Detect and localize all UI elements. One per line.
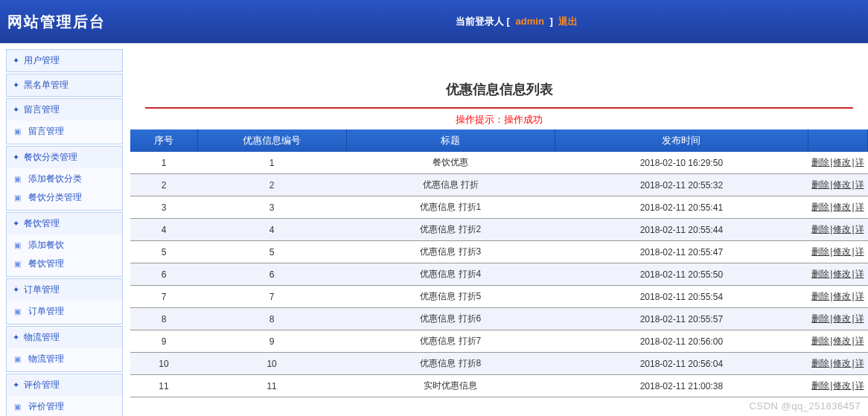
menu-header[interactable]: ✦评价管理 [7,374,122,396]
col-header-ops [808,129,867,152]
menu-group: ✦订单管理订单管理 [6,278,123,324]
menu-sub-item[interactable]: 评价管理 [7,397,122,416]
menu-group: ✦物流管理物流管理 [6,326,123,372]
separator: | [830,179,832,190]
cell-seq: 10 [130,353,197,375]
delete-link[interactable]: 删除 [811,313,829,324]
table-row: 66优惠信息 打折42018-02-11 20:55:50删除|修改|详 [130,263,868,286]
menu-header[interactable]: ✦餐饮分类管理 [7,147,122,168]
cell-code: 11 [197,375,346,397]
cell-code: 9 [197,330,346,353]
edit-link[interactable]: 修改 [833,291,851,301]
table-row: 11餐饮优惠2018-02-10 16:29:50删除|修改|详 [130,152,868,174]
detail-link[interactable]: 详 [855,246,864,257]
edit-link[interactable]: 修改 [833,269,851,279]
delete-link[interactable]: 删除 [811,291,829,301]
separator: | [830,224,832,234]
cell-title: 优惠信息 打折2 [346,219,555,241]
menu-sub-item[interactable]: 添加餐饮 [7,236,122,255]
cell-time: 2018-02-11 20:55:50 [555,263,808,286]
col-header-title: 标题 [346,129,555,152]
separator: | [830,313,832,324]
cell-ops: 删除|修改|详 [808,241,867,263]
detail-link[interactable]: 详 [855,269,864,279]
delete-link[interactable]: 删除 [811,157,829,167]
cell-time: 2018-02-10 16:29:50 [555,152,808,174]
col-header-code: 优惠信息编号 [197,129,346,152]
separator: | [852,202,854,212]
detail-link[interactable]: 详 [855,358,864,368]
edit-link[interactable]: 修改 [833,246,851,257]
menu-sub-item[interactable]: 留言管理 [7,122,122,141]
menu-header[interactable]: ✦留言管理 [7,99,122,121]
expand-icon: ✦ [13,106,19,113]
cell-time: 2018-02-11 20:55:41 [555,196,808,219]
separator: | [852,291,854,301]
expand-icon: ✦ [13,57,19,64]
edit-link[interactable]: 修改 [833,380,851,391]
data-table: 序号 优惠信息编号 标题 发布时间 11餐饮优惠2018-02-10 16:29… [130,129,868,397]
detail-link[interactable]: 详 [855,380,864,391]
menu-sub-item[interactable]: 订单管理 [7,302,122,321]
cell-title: 优惠信息 打折5 [346,286,555,308]
menu-sub-list: 订单管理 [7,301,122,324]
delete-link[interactable]: 删除 [811,269,829,279]
separator: | [830,202,832,212]
cell-time: 2018-02-11 20:56:04 [555,353,808,375]
detail-link[interactable]: 详 [855,336,864,346]
col-header-seq: 序号 [130,129,197,152]
separator: | [830,336,832,346]
menu-header[interactable]: ✦用户管理 [7,50,122,71]
edit-link[interactable]: 修改 [833,224,851,234]
delete-link[interactable]: 删除 [811,336,829,346]
delete-link[interactable]: 删除 [811,358,829,368]
delete-link[interactable]: 删除 [811,246,829,257]
cell-time: 2018-02-11 20:55:44 [555,219,808,241]
menu-header-label: 黑名单管理 [24,79,68,92]
menu-header[interactable]: ✦黑名单管理 [7,74,122,96]
menu-sub-item[interactable]: 餐饮分类管理 [7,188,122,207]
menu-header[interactable]: ✦物流管理 [7,327,122,348]
cell-time: 2018-02-11 20:55:32 [555,174,808,196]
expand-icon: ✦ [13,154,19,161]
menu-group: ✦餐饮管理添加餐饮餐饮管理 [6,212,123,277]
expand-icon: ✦ [13,287,19,293]
menu-group: ✦用户管理 [6,49,123,72]
login-user-link[interactable]: admin [516,16,544,27]
edit-link[interactable]: 修改 [833,179,851,190]
menu-header[interactable]: ✦餐饮管理 [7,213,122,234]
detail-link[interactable]: 详 [855,313,864,324]
separator: | [852,157,854,167]
cell-title: 优惠信息 打折6 [346,308,555,330]
edit-link[interactable]: 修改 [833,313,851,324]
delete-link[interactable]: 删除 [811,202,829,212]
detail-link[interactable]: 详 [855,224,864,234]
delete-link[interactable]: 删除 [811,380,829,391]
edit-link[interactable]: 修改 [833,157,851,167]
operation-tip: 操作提示：操作成功 [130,113,868,127]
detail-link[interactable]: 详 [855,157,864,167]
detail-link[interactable]: 详 [855,202,864,212]
table-row: 55优惠信息 打折32018-02-11 20:55:47删除|修改|详 [130,241,868,263]
menu-header-label: 餐饮管理 [24,217,60,230]
table-row: 1010优惠信息 打折82018-02-11 20:56:04删除|修改|详 [130,353,868,375]
delete-link[interactable]: 删除 [811,179,829,190]
expand-icon: ✦ [13,382,19,388]
menu-sub-item[interactable]: 添加餐饮分类 [7,170,122,188]
logout-link[interactable]: 退出 [558,16,578,27]
edit-link[interactable]: 修改 [833,358,851,368]
login-prefix: 当前登录人 [ [456,16,510,27]
edit-link[interactable]: 修改 [833,336,851,346]
delete-link[interactable]: 删除 [811,224,829,234]
detail-link[interactable]: 详 [855,179,864,190]
detail-link[interactable]: 详 [855,291,864,301]
menu-sub-item[interactable]: 物流管理 [7,350,122,368]
menu-header[interactable]: ✦订单管理 [7,279,122,301]
edit-link[interactable]: 修改 [833,202,851,212]
menu-group: ✦餐饮分类管理添加餐饮分类餐饮分类管理 [6,146,123,211]
menu-header-label: 订单管理 [24,284,60,296]
separator: | [852,358,854,368]
header: 网站管理后台 当前登录人 [ admin ] 退出 [0,0,868,43]
menu-sub-item[interactable]: 餐饮管理 [7,255,122,273]
cell-ops: 删除|修改|详 [808,196,867,219]
